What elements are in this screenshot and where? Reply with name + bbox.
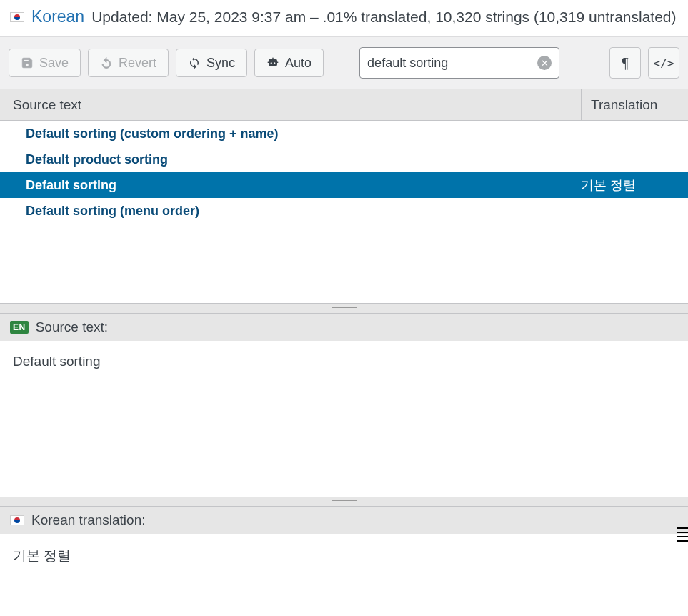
- pilcrow-toggle[interactable]: ¶: [609, 47, 641, 79]
- column-headers: Source text Translation: [0, 89, 688, 121]
- toolbar: Save Revert Sync Auto ✕ ¶ </>: [0, 36, 688, 89]
- save-button[interactable]: Save: [9, 49, 81, 77]
- row-source: Default sorting: [26, 178, 581, 193]
- drag-handle-icon: [332, 500, 357, 502]
- row-source: Default sorting (menu order): [26, 204, 581, 219]
- revert-label: Revert: [119, 56, 156, 69]
- revert-icon: [100, 56, 113, 69]
- translation-panel-header: Korean translation:: [0, 507, 688, 534]
- row-source: Default product sorting: [26, 152, 581, 167]
- save-icon: [21, 56, 34, 69]
- table-row[interactable]: Default sorting (menu order): [0, 198, 688, 224]
- splitter-mid[interactable]: [0, 497, 688, 507]
- save-label: Save: [39, 56, 69, 69]
- table-row[interactable]: Default sorting기본 정렬: [0, 172, 688, 198]
- clear-search-icon[interactable]: ✕: [537, 56, 552, 70]
- row-translation: 기본 정렬: [581, 177, 675, 194]
- splitter-top[interactable]: [0, 304, 688, 314]
- sync-label: Sync: [206, 56, 235, 69]
- translation-panel-body[interactable]: 기본 정렬: [0, 534, 688, 578]
- translation-panel-label: Korean translation:: [31, 512, 146, 528]
- column-translation[interactable]: Translation: [581, 89, 688, 120]
- code-icon: </>: [654, 56, 674, 70]
- sync-icon: [188, 56, 201, 69]
- column-source[interactable]: Source text: [0, 97, 581, 113]
- source-panel-header: EN Source text:: [0, 314, 688, 341]
- row-source: Default sorting (custom ordering + name): [26, 126, 581, 141]
- page-header: Korean Updated: May 25, 2023 9:37 am – .…: [0, 0, 688, 36]
- table-row[interactable]: Default sorting (custom ordering + name): [0, 121, 688, 146]
- source-panel-label: Source text:: [36, 319, 108, 335]
- search-input[interactable]: [367, 56, 537, 71]
- search-field[interactable]: ✕: [359, 47, 559, 79]
- drag-handle-icon: [332, 307, 357, 309]
- resize-grip-icon[interactable]: [677, 527, 688, 542]
- code-toggle[interactable]: </>: [648, 47, 679, 79]
- robot-icon: [266, 56, 279, 69]
- revert-button[interactable]: Revert: [88, 49, 169, 77]
- header-info: Updated: May 25, 2023 9:37 am – .01% tra…: [91, 9, 676, 26]
- en-badge: EN: [10, 321, 29, 334]
- flag-kr-icon: [10, 515, 24, 525]
- auto-button[interactable]: Auto: [254, 49, 324, 77]
- language-name[interactable]: Korean: [31, 7, 84, 26]
- sync-button[interactable]: Sync: [176, 49, 247, 77]
- string-list: Default sorting (custom ordering + name)…: [0, 121, 688, 224]
- source-panel-body: Default sorting: [0, 341, 688, 497]
- flag-kr-icon: [10, 12, 24, 22]
- pilcrow-icon: ¶: [622, 55, 628, 71]
- auto-label: Auto: [285, 56, 311, 69]
- list-padding: [0, 224, 688, 304]
- table-row[interactable]: Default product sorting: [0, 146, 688, 172]
